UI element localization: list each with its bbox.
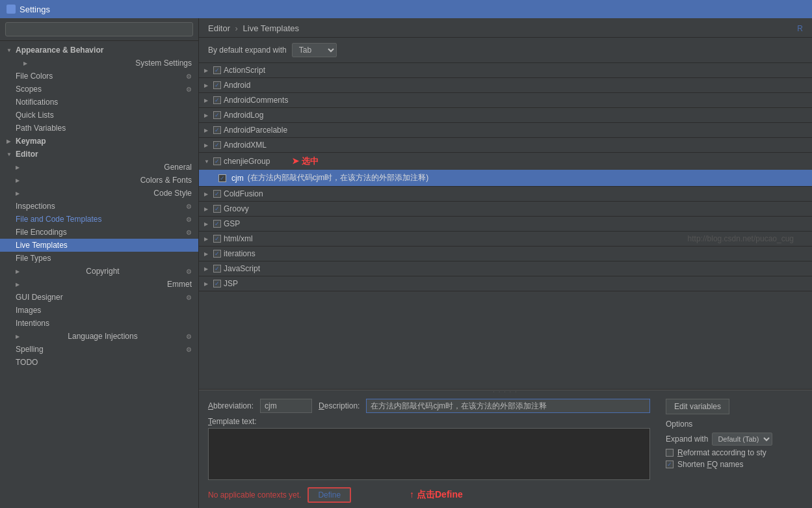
group-checkbox[interactable]	[213, 81, 221, 89]
sidebar-item-notifications[interactable]: Notifications	[0, 96, 198, 109]
sidebar-item-general[interactable]: General	[0, 161, 198, 174]
group-expand-arrow	[204, 236, 211, 242]
sidebar-item-label: Intentions	[16, 319, 49, 328]
sidebar-item-copyright[interactable]: Copyright ⚙	[0, 265, 198, 278]
sidebar-item-live-templates[interactable]: Live Templates	[0, 239, 198, 252]
sidebar-item-file-types[interactable]: File Types	[0, 252, 198, 265]
settings-icon: ⚙	[186, 203, 192, 210]
template-group-androidlog: AndroidLog	[199, 108, 812, 123]
sidebar-item-images[interactable]: Images	[0, 304, 198, 317]
template-group-header-jsp[interactable]: JSP	[199, 276, 812, 291]
sidebar-item-label: System Settings	[135, 59, 192, 68]
group-checkbox[interactable]	[213, 205, 221, 213]
define-button[interactable]: Define	[308, 487, 351, 503]
template-list: ActionScript Android AndroidComments	[199, 63, 812, 389]
shorten-fq-checkbox[interactable]	[666, 461, 674, 468]
group-checkbox[interactable]	[213, 220, 221, 228]
sidebar-item-file-code-templates[interactable]: File and Code Templates ⚙	[0, 213, 198, 226]
expand-with-select[interactable]: Tab Enter Space	[292, 43, 337, 57]
group-checkbox[interactable]	[213, 280, 221, 287]
template-group-header-javascript[interactable]: JavaScript	[199, 261, 812, 276]
group-checkbox[interactable]	[213, 190, 221, 198]
options-section: Options Expand with Default (Tab) Tab En…	[666, 420, 809, 472]
sidebar-item-todo[interactable]: TODO	[0, 356, 198, 369]
template-item-cjm[interactable]: cjm (在方法内部敲代码cjm时，在该方法的外部添加注释)	[199, 170, 812, 186]
template-group-header-iterations[interactable]: iterations	[199, 247, 812, 261]
expand-with-option-select[interactable]: Default (Tab) Tab Enter Space	[712, 433, 772, 446]
template-group-header-androidcomments[interactable]: AndroidComments	[199, 93, 812, 107]
template-group-header-android[interactable]: Android	[199, 78, 812, 92]
group-checkbox[interactable]	[213, 141, 221, 149]
sidebar-item-keymap[interactable]: Keymap	[0, 135, 198, 148]
sidebar-item-emmet[interactable]: Emmet	[0, 278, 198, 291]
group-checkbox[interactable]	[213, 111, 221, 119]
group-checkbox[interactable]	[213, 265, 221, 273]
item-checkbox[interactable]	[218, 174, 226, 182]
template-group-androidcomments: AndroidComments	[199, 93, 812, 108]
expand-arrow	[16, 178, 22, 183]
breadcrumb-parent: Editor	[208, 23, 230, 33]
sidebar-item-path-variables[interactable]: Path Variables	[0, 122, 198, 135]
description-input[interactable]	[366, 399, 650, 413]
sidebar-item-label: Quick Lists	[16, 111, 54, 120]
group-name: ActionScript	[224, 66, 265, 75]
sidebar-item-system-settings[interactable]: System Settings	[0, 57, 198, 70]
template-group-header-androidlog[interactable]: AndroidLog	[199, 108, 812, 122]
abbreviation-label: Abbreviation:	[208, 401, 254, 410]
search-input[interactable]	[5, 22, 193, 36]
template-group-header-htmlxml[interactable]: html/xml http://blog.csdn.net/pucao_cug	[199, 232, 812, 246]
group-name: JSP	[224, 279, 238, 288]
sidebar-item-intentions[interactable]: Intentions	[0, 317, 198, 330]
sidebar-item-code-style[interactable]: Code Style	[0, 187, 198, 200]
detail-panel: · · · · · Abbreviation: Description:	[199, 389, 812, 508]
group-expand-arrow	[204, 206, 211, 212]
group-checkbox[interactable]	[213, 157, 221, 165]
sidebar-item-language-injections[interactable]: Language Injections ⚙	[0, 330, 198, 343]
template-group-header-actionscript[interactable]: ActionScript	[199, 63, 812, 77]
group-checkbox[interactable]	[213, 235, 221, 243]
sidebar-item-file-colors[interactable]: File Colors ⚙	[0, 70, 198, 83]
template-group-jsp: JSP	[199, 276, 812, 291]
group-name: AndroidLog	[224, 111, 263, 120]
template-group-iterations: iterations	[199, 247, 812, 261]
sidebar-tree: Appearance & Behavior System Settings Fi…	[0, 41, 198, 508]
edit-variables-button[interactable]: Edit variables	[666, 399, 729, 414]
reformat-checkbox[interactable]	[666, 449, 674, 457]
template-group-header-androidparcelable[interactable]: AndroidParcelable	[199, 123, 812, 137]
group-expand-arrow	[204, 281, 211, 287]
sidebar-item-spelling[interactable]: Spelling ⚙	[0, 343, 198, 356]
group-checkbox[interactable]	[213, 126, 221, 134]
sidebar-item-colors-fonts[interactable]: Colors & Fonts	[0, 174, 198, 187]
expand-with-label: By default expand with	[208, 46, 287, 55]
template-group-gsp: GSP	[199, 217, 812, 232]
group-name: Groovy	[224, 204, 249, 213]
sidebar-item-scopes[interactable]: Scopes ⚙	[0, 83, 198, 96]
sidebar-item-label: General	[164, 163, 192, 172]
sidebar-item-gui-designer[interactable]: GUI Designer ⚙	[0, 291, 198, 304]
template-group-header-androidxml[interactable]: AndroidXML	[199, 138, 812, 152]
sidebar-item-quick-lists[interactable]: Quick Lists	[0, 109, 198, 122]
template-text-area[interactable]	[208, 428, 650, 480]
group-checkbox[interactable]	[213, 250, 221, 258]
abbreviation-input[interactable]	[260, 399, 312, 413]
shorten-fq-option-row: Shorten FQ names	[666, 460, 809, 469]
reset-link[interactable]: R	[797, 24, 803, 33]
breadcrumb-separator: ›	[235, 23, 238, 33]
settings-icon: ⚙	[186, 294, 192, 301]
sidebar-item-appearance[interactable]: Appearance & Behavior	[0, 44, 198, 57]
sidebar-item-inspections[interactable]: Inspections ⚙	[0, 200, 198, 213]
group-checkbox[interactable]	[213, 66, 221, 74]
template-group-header-groovy[interactable]: Groovy	[199, 202, 812, 216]
sidebar: Appearance & Behavior System Settings Fi…	[0, 18, 199, 508]
sidebar-item-label: GUI Designer	[16, 293, 63, 302]
template-group-header-gsp[interactable]: GSP	[199, 217, 812, 231]
template-group-header-chenjie[interactable]: chenjieGroup ➤ 选中	[199, 153, 812, 170]
sidebar-item-label: Colors & Fonts	[140, 176, 192, 185]
sidebar-item-editor[interactable]: Editor	[0, 148, 198, 161]
group-checkbox[interactable]	[213, 96, 221, 104]
shorten-fq-label: Shorten FQ names	[677, 460, 743, 469]
template-group-header-coldfusion[interactable]: ColdFusion	[199, 187, 812, 201]
template-group-androidxml: AndroidXML	[199, 138, 812, 153]
sidebar-item-file-encodings[interactable]: File Encodings ⚙	[0, 226, 198, 239]
sidebar-item-label: File Colors	[16, 72, 53, 81]
